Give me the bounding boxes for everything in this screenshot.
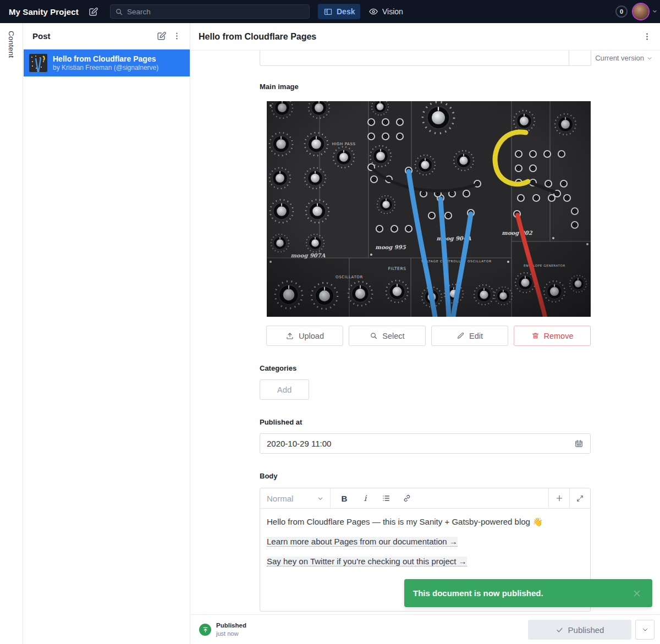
project-title: My Sanity Project [9, 7, 79, 16]
add-category-button[interactable]: Add [260, 379, 309, 400]
text-style-value: Normal [267, 494, 293, 503]
edit-label: Edit [469, 332, 483, 340]
list-pane-menu-button[interactable] [169, 29, 184, 44]
search-icon [370, 332, 378, 340]
post-item-title: Hello from Cloudflare Pages [53, 54, 158, 64]
chevron-down-icon [647, 56, 652, 61]
new-document-button[interactable] [86, 4, 101, 19]
publish-status-title: Published [216, 621, 246, 630]
chevron-down-icon [652, 9, 657, 14]
published-at-input[interactable] [267, 439, 574, 448]
truncated-field-input[interactable] [260, 51, 591, 66]
editor-toolbar: Normal B i [260, 488, 590, 509]
tab-vision[interactable]: Vision [363, 4, 409, 19]
close-icon[interactable] [630, 587, 644, 600]
image-actions: Upload Select Edit Remove [266, 326, 591, 346]
insert-block-button[interactable] [548, 488, 569, 508]
notifications-count: 0 [620, 8, 623, 15]
select-button[interactable]: Select [349, 326, 426, 346]
trash-icon [531, 332, 540, 340]
document-header: Hello from Cloudflare Pages [191, 23, 660, 51]
list-pane-title: Post [32, 31, 153, 41]
text-style-selector[interactable]: Normal [260, 488, 331, 508]
kebab-menu-icon [172, 31, 182, 41]
version-selector[interactable]: Current version [595, 54, 652, 62]
post-item-subtitle: by Kristian Freeman (@signalnerve) [53, 64, 158, 72]
bullet-list-button[interactable] [377, 488, 395, 508]
tab-desk-label: Desk [337, 7, 355, 16]
link-icon [403, 494, 411, 503]
upload-icon [285, 332, 294, 340]
notifications-badge[interactable]: 0 [615, 5, 628, 18]
expand-icon [576, 494, 584, 503]
field-divider [569, 51, 569, 65]
document-menu-button[interactable] [639, 29, 654, 45]
plus-icon [555, 494, 564, 503]
italic-button[interactable]: i [356, 488, 375, 508]
tab-desk[interactable]: Desk [318, 4, 360, 19]
chevron-down-icon [317, 496, 323, 502]
search-input[interactable] [127, 8, 305, 16]
link-button[interactable] [398, 488, 416, 508]
upload-button[interactable]: Upload [266, 326, 343, 346]
compose-icon [156, 31, 167, 41]
main-image-preview: HIGH PASS FILTERS OSCILLATOR VOLTAGE CON… [267, 101, 591, 317]
publish-status: Published just now [216, 621, 246, 637]
document-footer: Published just now Published [191, 614, 660, 644]
publish-button[interactable]: Published [528, 620, 631, 640]
format-buttons: B i [331, 488, 548, 508]
body-link[interactable]: Say hey on Twitter if you're checking ou… [267, 557, 467, 566]
synthesizer-photo: HIGH PASS FILTERS OSCILLATOR VOLTAGE CON… [267, 101, 591, 317]
upload-label: Upload [299, 332, 324, 340]
toast-message: This document is now published. [413, 588, 630, 598]
pencil-icon [457, 332, 465, 340]
desk-icon [323, 7, 333, 16]
publish-button-label: Published [568, 625, 604, 635]
search-icon [115, 8, 123, 16]
document-title: Hello from Cloudflare Pages [199, 32, 639, 42]
post-item-texts: Hello from Cloudflare Pages by Kristian … [53, 54, 158, 72]
select-label: Select [382, 332, 404, 340]
document-editor-pane: Hello from Cloudflare Pages Current vers… [191, 23, 660, 614]
eye-icon [369, 7, 378, 16]
editor-toolbar-right [548, 488, 590, 508]
categories-label: Categories [260, 364, 296, 372]
published-at-label: Published at [260, 418, 302, 426]
content-rail: Content [0, 23, 23, 644]
body-paragraph: Hello from Cloudflare Pages — this is my… [267, 516, 584, 528]
calendar-icon[interactable] [574, 439, 584, 448]
body-text-area[interactable]: Hello from Cloudflare Pages — this is my… [260, 509, 590, 582]
global-search[interactable] [110, 4, 310, 19]
toast-notification: This document is now published. [404, 579, 652, 607]
top-navbar: My Sanity Project Desk Vision 0 [0, 0, 660, 23]
bullet-list-icon [382, 494, 391, 503]
publish-status-icon [199, 624, 211, 636]
avatar[interactable] [633, 4, 648, 19]
published-at-field [260, 433, 591, 454]
edit-button[interactable]: Edit [431, 326, 508, 346]
document-list-pane: Post Hello from Cloudflare Pages by Kris… [24, 23, 190, 644]
list-pane-header: Post [24, 23, 190, 49]
content-rail-label[interactable]: Content [7, 31, 15, 58]
body-label: Body [260, 472, 278, 480]
bold-button[interactable]: B [335, 488, 354, 508]
remove-button[interactable]: Remove [514, 326, 591, 346]
chevron-down-icon [642, 626, 648, 633]
remove-label: Remove [544, 332, 574, 340]
body-link[interactable]: Learn more about Pages from our document… [267, 537, 458, 547]
kebab-menu-icon [642, 32, 652, 41]
tab-vision-label: Vision [382, 7, 403, 16]
version-label: Current version [595, 54, 644, 62]
list-item[interactable]: Hello from Cloudflare Pages by Kristian … [24, 49, 190, 76]
main-image-label: Main image [260, 82, 299, 91]
compose-icon [88, 7, 98, 17]
check-icon [556, 626, 564, 634]
post-thumbnail [29, 54, 47, 72]
publish-menu-button[interactable] [635, 620, 654, 640]
publish-status-time: just now [216, 630, 246, 637]
create-post-button[interactable] [153, 29, 169, 44]
fullscreen-button[interactable] [569, 488, 590, 508]
